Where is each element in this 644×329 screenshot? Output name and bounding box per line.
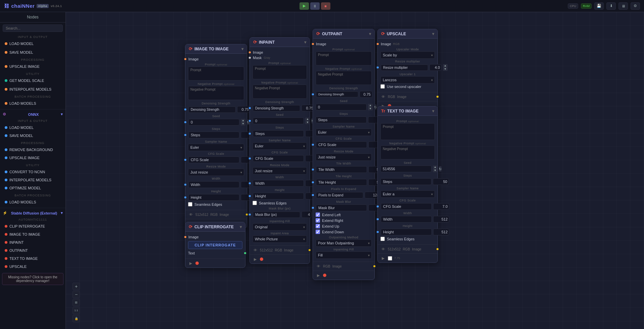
img2img-eye-btn[interactable]: 👁 bbox=[188, 212, 193, 217]
clip-header[interactable]: ⟳ CLIP INTERROGATE ▾ bbox=[185, 222, 245, 232]
save-icon-button[interactable]: 💾 bbox=[594, 2, 604, 10]
sidebar-item-save-model[interactable]: SAVE MODEL bbox=[2, 49, 63, 56]
outpaint-method-select[interactable]: Poor Man Outpainting bbox=[316, 239, 372, 247]
inpaint-cfg-input[interactable] bbox=[253, 155, 304, 162]
upscale-collapse[interactable]: ▾ bbox=[432, 32, 434, 36]
sidebar-item-load-model[interactable]: LOAD MODEL bbox=[2, 40, 63, 47]
stop-button[interactable]: ■ bbox=[321, 2, 330, 10]
clip-interrogate-button[interactable]: CLIP INTERROGATE bbox=[188, 241, 242, 249]
sidebar-item-onnx-upscale-image[interactable]: UPSCALE IMAGE bbox=[2, 154, 63, 161]
outpaint-denoising-value[interactable] bbox=[360, 91, 372, 98]
outpaint-collapse[interactable]: ▾ bbox=[369, 32, 371, 36]
upscale-resize-down[interactable]: ▼ bbox=[443, 67, 448, 71]
txt2img-cfg-value[interactable] bbox=[433, 203, 449, 210]
img2img-denoising-input[interactable]: Denoising Strength bbox=[188, 106, 236, 113]
inpaint-neg-prompt-input[interactable] bbox=[252, 85, 307, 99]
sidebar-item-onnx-load-models[interactable]: LOAD MODELS bbox=[2, 198, 63, 206]
inpaint-seed-down[interactable]: ▼ bbox=[305, 121, 310, 124]
txt2img-seed-up[interactable]: ▲ bbox=[433, 166, 438, 169]
zoom-plus-button[interactable]: + bbox=[73, 283, 80, 290]
inpaint-prompt-input[interactable] bbox=[252, 65, 307, 79]
sidebar-item-load-models[interactable]: LOAD MODELS bbox=[2, 100, 63, 107]
outpaint-pixels-input[interactable] bbox=[316, 192, 363, 198]
zoom-lock-button[interactable]: 🔒 bbox=[73, 315, 80, 322]
outpaint-header[interactable]: ⟳ OUTPAINT ▾ bbox=[313, 29, 374, 39]
inpaint-header[interactable]: ⟳ INPAINT ▾ bbox=[250, 38, 310, 47]
txt2img-height-input[interactable] bbox=[381, 229, 432, 235]
search-input[interactable] bbox=[3, 25, 63, 32]
outpaint-extend-right-check[interactable] bbox=[316, 218, 320, 223]
outpaint-prompt-input[interactable] bbox=[316, 51, 372, 65]
inpaint-mask-blur-input[interactable] bbox=[253, 211, 300, 218]
outpaint-expand-btn[interactable]: ▶ bbox=[316, 273, 321, 278]
clip-expand-btn[interactable]: ▶ bbox=[188, 261, 193, 266]
inpaint-height-input[interactable] bbox=[253, 193, 304, 199]
txt2img-height-value[interactable] bbox=[433, 229, 449, 235]
img2img-resize-select[interactable]: Just resizeCrop and resize bbox=[188, 169, 244, 176]
txt2img-eye-btn[interactable]: 👁 bbox=[380, 246, 386, 252]
outpaint-neg-input[interactable] bbox=[316, 71, 372, 85]
txt2img-cfg-input[interactable] bbox=[381, 203, 432, 210]
upscale-resize-value[interactable] bbox=[429, 64, 442, 71]
sidebar-item-remove-background[interactable]: REMOVE BACKGROUND bbox=[2, 146, 63, 153]
sidebar-item-text-to-image[interactable]: TEXT TO IMAGE bbox=[2, 255, 63, 262]
txt2img-width-value[interactable] bbox=[433, 216, 449, 223]
pause-button[interactable]: ⏸ bbox=[310, 2, 320, 10]
inpaint-mask-blur-value[interactable] bbox=[302, 211, 312, 218]
inpaint-seamless-check[interactable] bbox=[252, 201, 257, 205]
inpaint-eye-btn[interactable]: 👁 bbox=[252, 247, 258, 253]
txt2img-width-input[interactable] bbox=[381, 216, 432, 223]
sidebar-item-inpaint[interactable]: INPAINT bbox=[2, 239, 63, 246]
sidebar-item-interpolate-models[interactable]: INTERPOLATE MODELS bbox=[2, 86, 63, 93]
inpaint-seed-input[interactable] bbox=[253, 117, 304, 124]
img2img-steps-input[interactable] bbox=[188, 132, 239, 138]
outpaint-seed-up[interactable]: ▲ bbox=[368, 104, 373, 107]
outpaint-extend-down-check[interactable] bbox=[316, 230, 320, 234]
outpaint-tile-height-input[interactable] bbox=[316, 179, 367, 186]
sidebar-item-upscale-image[interactable]: UPSCALE IMAGE bbox=[2, 63, 63, 70]
inpaint-resize-select[interactable]: Just resize bbox=[252, 167, 307, 175]
txt2img-seed-refresh[interactable]: ↻ bbox=[439, 166, 442, 172]
sidebar-item-outpaint[interactable]: OUTPAINT bbox=[2, 247, 63, 254]
sidebar-item-clip-interrogate[interactable]: CLIP INTERROGATE bbox=[2, 223, 63, 230]
onnx-group-header[interactable]: ⚙ ONNX ▾ bbox=[0, 111, 65, 118]
inpaint-expand-btn[interactable]: ▶ bbox=[252, 256, 258, 262]
txt2img-expand-btn[interactable]: ▶ bbox=[380, 255, 386, 261]
img2img-seamless-check[interactable] bbox=[188, 202, 192, 206]
txt2img-neg-input[interactable] bbox=[380, 145, 435, 159]
sidebar-item-sd-upscale[interactable]: UPSCALE bbox=[2, 263, 63, 270]
outpaint-seed-down[interactable]: ▼ bbox=[368, 107, 373, 110]
inpaint-steps-input[interactable] bbox=[253, 130, 304, 137]
sidebar-item-convert-to-ncnn[interactable]: CONVERT TO NCNN bbox=[2, 168, 63, 176]
upscale-header[interactable]: ⟳ UPSCALE ▾ bbox=[378, 29, 438, 39]
txt2img-header[interactable]: Tr TEXT TO IMAGE ▾ bbox=[378, 106, 438, 116]
outpaint-extend-up-check[interactable] bbox=[316, 224, 320, 228]
upscale-second-check[interactable] bbox=[380, 84, 385, 89]
sd-group-header[interactable]: ⚡ Stable Diffusion (External) ▾ bbox=[0, 209, 65, 217]
upscale-mode-select[interactable]: Scale by bbox=[380, 51, 435, 59]
txt2img-steps-value[interactable] bbox=[433, 178, 449, 185]
outpaint-seed-refresh[interactable]: ↻ bbox=[374, 104, 377, 110]
img2img-neg-prompt-input[interactable] bbox=[188, 86, 244, 100]
play-button[interactable]: ▶ bbox=[300, 2, 309, 10]
outpaint-resize-select[interactable]: Just resize bbox=[316, 153, 372, 161]
outpaint-extend-left-check[interactable] bbox=[316, 213, 320, 217]
txt2img-prompt-input[interactable] bbox=[380, 123, 435, 140]
inpaint-fill-select[interactable]: Original bbox=[252, 223, 307, 231]
outpaint-seed-input[interactable] bbox=[316, 104, 367, 110]
txt2img-seed-input[interactable] bbox=[380, 166, 431, 172]
sidebar-item-optimize-model[interactable]: OPTIMIZE MODEL bbox=[2, 184, 63, 192]
sidebar-item-onnx-load-model[interactable]: LOAD MODEL bbox=[2, 124, 63, 131]
img2img-seed-input[interactable] bbox=[188, 119, 239, 126]
outpaint-cfg-input[interactable] bbox=[316, 141, 367, 148]
txt2img-collapse[interactable]: ▾ bbox=[432, 109, 434, 113]
inpaint-denoising-input[interactable] bbox=[253, 105, 300, 111]
missing-nodes-banner[interactable]: Missing nodes? Click to open the depende… bbox=[2, 273, 63, 285]
img2img-height-input[interactable] bbox=[188, 194, 239, 201]
inpaint-area-select[interactable]: Whole Picture bbox=[252, 235, 307, 243]
txt2img-seamless-check[interactable] bbox=[380, 237, 385, 241]
outpaint-tile-width-input[interactable] bbox=[316, 166, 367, 173]
outpaint-sampler-select[interactable]: Euler bbox=[316, 129, 372, 136]
img2img-width-input[interactable] bbox=[188, 181, 239, 188]
txt2img-steps-input[interactable] bbox=[380, 178, 431, 185]
